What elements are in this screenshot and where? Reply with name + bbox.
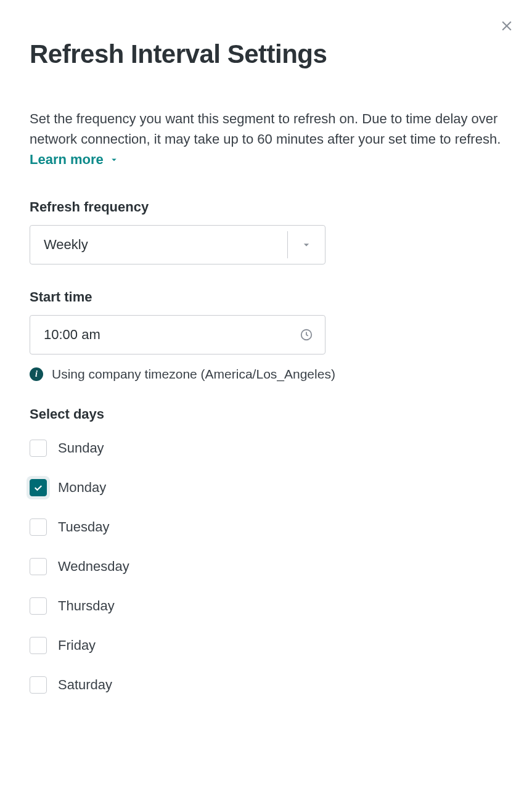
checkbox-wednesday[interactable]: [30, 558, 47, 575]
frequency-group: Refresh frequency Weekly: [30, 199, 502, 264]
description-text: Set the frequency you want this segment …: [30, 109, 502, 170]
learn-more-link[interactable]: Learn more: [30, 149, 120, 170]
learn-more-label: Learn more: [30, 149, 104, 170]
chevron-down-icon: [300, 239, 313, 251]
day-label: Saturday: [58, 677, 112, 693]
checkbox-saturday[interactable]: [30, 676, 47, 694]
select-arrow: [288, 239, 325, 251]
start-time-value: 10:00 am: [30, 327, 288, 343]
day-item-thursday[interactable]: Thursday: [30, 597, 502, 615]
day-item-wednesday[interactable]: Wednesday: [30, 558, 502, 575]
day-item-friday[interactable]: Friday: [30, 637, 502, 654]
start-time-group: Start time 10:00 am i Using company time…: [30, 289, 502, 382]
day-item-sunday[interactable]: Sunday: [30, 440, 502, 457]
day-label: Monday: [58, 480, 106, 496]
day-item-tuesday[interactable]: Tuesday: [30, 518, 502, 536]
checkbox-friday[interactable]: [30, 637, 47, 654]
days-list: SundayMondayTuesdayWednesdayThursdayFrid…: [30, 440, 502, 694]
chevron-down-icon: [108, 154, 120, 165]
check-icon: [33, 482, 44, 493]
start-time-input[interactable]: 10:00 am: [30, 315, 325, 354]
select-days-group: Select days SundayMondayTuesdayWednesday…: [30, 406, 502, 694]
day-label: Sunday: [58, 440, 104, 456]
description-body: Set the frequency you want this segment …: [30, 111, 501, 147]
checkbox-tuesday[interactable]: [30, 518, 47, 536]
time-icon-wrapper: [288, 328, 325, 342]
day-label: Wednesday: [58, 559, 129, 575]
day-item-saturday[interactable]: Saturday: [30, 676, 502, 694]
day-label: Friday: [58, 637, 96, 654]
close-icon: [499, 18, 515, 34]
info-icon: i: [30, 367, 43, 381]
checkbox-sunday[interactable]: [30, 440, 47, 457]
start-time-label: Start time: [30, 289, 502, 305]
checkbox-thursday[interactable]: [30, 597, 47, 615]
timezone-text: Using company timezone (America/Los_Ange…: [52, 367, 335, 382]
day-item-monday[interactable]: Monday: [30, 479, 502, 496]
frequency-label: Refresh frequency: [30, 199, 502, 215]
frequency-select[interactable]: Weekly: [30, 225, 325, 264]
clock-icon: [300, 328, 313, 342]
day-label: Thursday: [58, 598, 115, 614]
close-button[interactable]: [499, 17, 515, 37]
checkbox-monday[interactable]: [30, 479, 47, 496]
select-days-label: Select days: [30, 406, 502, 422]
page-title: Refresh Interval Settings: [30, 39, 502, 69]
frequency-value: Weekly: [30, 237, 287, 253]
day-label: Tuesday: [58, 519, 110, 535]
timezone-note: i Using company timezone (America/Los_An…: [30, 367, 502, 382]
